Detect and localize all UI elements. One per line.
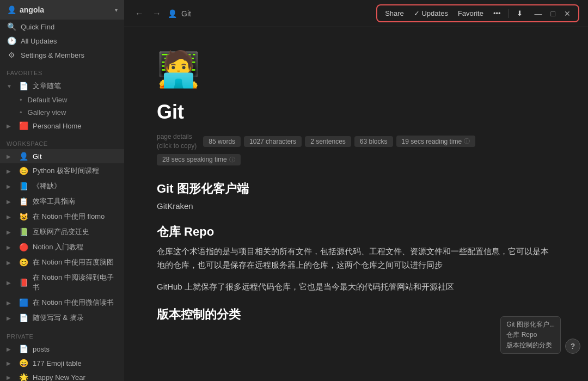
expand-arrow-hny-icon: ▶ xyxy=(7,374,14,380)
sidebar-item-happy-new-year-label: Happy New Year xyxy=(33,373,85,382)
document-icon: 📄 xyxy=(19,82,28,90)
section-git-gui-sub: GitKraken xyxy=(157,201,555,211)
sidebar-item-all-updates-label: All Updates xyxy=(21,37,57,45)
expand-arrow-xique-icon: ▶ xyxy=(7,183,14,189)
sidebar-item-notion-intro-label: Notion 入门教程 xyxy=(33,242,83,252)
sidebar-item-ebook[interactable]: ▶ 📕 在 Notion 中阅读得到电子书 xyxy=(0,270,124,295)
minimize-button[interactable]: — xyxy=(531,8,546,19)
forward-button[interactable]: → xyxy=(150,8,163,20)
writing-doc-icon: 📄 xyxy=(19,314,28,322)
badge-reading-time[interactable]: 19 secs reading time ⓘ xyxy=(396,136,476,147)
sidebar-item-xique-label: 《稀缺》 xyxy=(33,181,61,191)
badge-blocks[interactable]: 63 blocks xyxy=(354,136,393,147)
star-icon: 🌟 xyxy=(19,373,28,381)
section-repo-para1: 仓库这个术语指的是与项目相关的所有文件，包括源代码、工程文件、资源文件和一些配置… xyxy=(157,244,555,272)
sidebar-item-xique[interactable]: ▶ 📘 《稀缺》 xyxy=(0,179,124,194)
toolbar-divider xyxy=(509,9,509,18)
page-details-label: page details (click to copy) xyxy=(157,132,197,151)
sidebar-item-emoji-table[interactable]: ▶ 😄 177 Emoji table xyxy=(0,356,124,370)
sidebar-item-posts-label: posts xyxy=(33,345,50,353)
more-button[interactable]: ••• xyxy=(490,8,504,19)
section-repo-para2: GitHub 上就保存了很多远程代码仓库，它也是当今最大的代码托管网站和开源社区 xyxy=(157,280,555,294)
sidebar-item-xiaolv-label: 效率工具指南 xyxy=(33,196,75,206)
updates-button[interactable]: ✓ Updates xyxy=(411,8,451,19)
breadcrumb: Git xyxy=(181,9,191,18)
sidebar-item-weixin-label: 在 Notion 中使用微信读书 xyxy=(33,298,114,308)
sidebar-item-ebook-label: 在 Notion 中阅读得到电子书 xyxy=(33,273,118,292)
workspace-avatar-icon: 👤 xyxy=(7,5,16,14)
sidebar-item-flomo[interactable]: ▶ 😺 在 Notion 中使用 flomo xyxy=(0,209,124,224)
sidebar-item-wensui[interactable]: ▼ 📄 文章随笔 xyxy=(0,78,124,94)
ebook-icon: 📕 xyxy=(19,278,28,287)
badge-sentences[interactable]: 2 sentences xyxy=(305,136,351,147)
baidu-emoji-icon: 😊 xyxy=(19,258,28,267)
workspace-chevron-icon: ▾ xyxy=(115,7,118,13)
sidebar-sub-default-view[interactable]: Default View xyxy=(0,94,124,106)
collapse-arrow-icon: ▶ xyxy=(7,123,14,129)
sidebar-item-xiaolv[interactable]: ▶ 📋 效率工具指南 xyxy=(0,194,124,209)
download-button[interactable]: ⬇ xyxy=(513,8,526,19)
top-bar: ← → 👤 Git Share ✓ Updates Favorite ••• ⬇… xyxy=(124,0,588,27)
sidebar-item-baidu[interactable]: ▶ 😊 在 Notion 中使用百度脑图 xyxy=(0,255,124,270)
clock-icon: 🕐 xyxy=(7,36,16,45)
search-icon: 🔍 xyxy=(7,22,16,31)
top-bar-left: ← → 👤 Git xyxy=(133,8,191,20)
sidebar-item-quick-find[interactable]: 🔍 Quick Find xyxy=(0,20,124,34)
share-button[interactable]: Share xyxy=(382,8,407,19)
python-emoji-icon: 😊 xyxy=(19,167,28,175)
expand-arrow-weixin-icon: ▶ xyxy=(7,300,14,306)
sidebar-item-git-label: Git xyxy=(33,152,42,161)
sidebar-item-personal-home[interactable]: ▶ 🟥 Personal Home xyxy=(0,119,124,133)
private-section-label: PRIVATE xyxy=(0,325,124,342)
page-title: Git xyxy=(157,101,555,124)
reading-time-info-icon: ⓘ xyxy=(464,137,470,145)
sidebar-item-writing[interactable]: ▶ 📄 随便写写 & 摘录 xyxy=(0,310,124,325)
workspace-section-label: WORKSPACE xyxy=(0,133,124,149)
badge-words[interactable]: 85 words xyxy=(203,136,241,147)
window-controls: — □ ✕ xyxy=(531,8,574,19)
sidebar-item-quick-find-label: Quick Find xyxy=(21,23,54,31)
sidebar-item-python[interactable]: ▶ 😊 Python 极客时间课程 xyxy=(0,163,124,179)
sidebar-item-notion-intro[interactable]: ▶ 🔴 Notion 入门教程 xyxy=(0,239,124,255)
expand-arrow-git-icon: ▶ xyxy=(7,153,14,159)
outline-item-1[interactable]: Git 图形化客户... xyxy=(506,320,555,329)
section-version-control-heading: 版本控制的分类 xyxy=(157,306,555,323)
sidebar-item-happy-new-year[interactable]: ▶ 🌟 Happy New Year xyxy=(0,370,124,381)
sidebar-item-settings[interactable]: ⚙ Settings & Members xyxy=(0,48,124,62)
maximize-button[interactable]: □ xyxy=(548,8,559,19)
expand-arrow-emoji-icon: ▶ xyxy=(7,360,14,366)
outline-item-3[interactable]: 版本控制的分类 xyxy=(506,341,555,350)
expand-arrow-writing-icon: ▶ xyxy=(7,315,14,321)
expand-arrow-python-icon: ▶ xyxy=(7,168,14,174)
sidebar-item-emoji-table-label: 177 Emoji table xyxy=(33,359,82,367)
notion-red-icon: 🔴 xyxy=(19,243,28,251)
badge-speaking-time[interactable]: 28 secs speaking time ⓘ xyxy=(157,154,241,165)
top-bar-right: Share ✓ Updates Favorite ••• ⬇ — □ ✕ xyxy=(376,4,579,22)
sidebar-item-git[interactable]: ▶ 👤 Git xyxy=(0,149,124,163)
sidebar-item-personal-home-label: Personal Home xyxy=(33,122,82,130)
sidebar-sub-gallery-view[interactable]: Gallery view xyxy=(0,106,124,119)
help-button[interactable]: ? xyxy=(565,339,580,354)
speaking-time-info-icon: ⓘ xyxy=(229,156,235,164)
badge-characters[interactable]: 1027 characters xyxy=(244,136,302,147)
favorites-section-label: FAVORITES xyxy=(0,62,124,78)
sidebar-item-internet[interactable]: ▶ 📗 互联网产品变迁史 xyxy=(0,224,124,239)
sidebar-item-all-updates[interactable]: 🕐 All Updates xyxy=(0,34,124,48)
expand-arrow-baidu-icon: ▶ xyxy=(7,260,14,266)
internet-book-icon: 📗 xyxy=(19,228,28,236)
clipboard-icon: 📋 xyxy=(19,197,28,206)
outline-item-2[interactable]: 仓库 Repo xyxy=(506,330,555,340)
sidebar-item-posts[interactable]: ▶ 📄 posts xyxy=(0,342,124,356)
sidebar-item-weixin[interactable]: ▶ 🟦 在 Notion 中使用微信读书 xyxy=(0,295,124,310)
page-outline-overlay: Git 图形化客户... 仓库 Repo 版本控制的分类 xyxy=(500,316,561,354)
close-button[interactable]: ✕ xyxy=(561,8,574,19)
expand-arrow-xiaolv-icon: ▶ xyxy=(7,199,14,205)
sidebar-item-settings-label: Settings & Members xyxy=(21,51,84,59)
page-icon-breadcrumb: 👤 xyxy=(168,9,177,18)
section-git-gui-heading: Git 图形化客户端 xyxy=(157,181,555,197)
expand-arrow-ebook-icon: ▶ xyxy=(7,280,14,286)
back-button[interactable]: ← xyxy=(133,8,146,20)
favorite-button[interactable]: Favorite xyxy=(455,8,487,19)
page-emoji: 🧑‍💻 xyxy=(157,49,555,90)
workspace-header[interactable]: 👤 angola ▾ xyxy=(0,0,124,20)
